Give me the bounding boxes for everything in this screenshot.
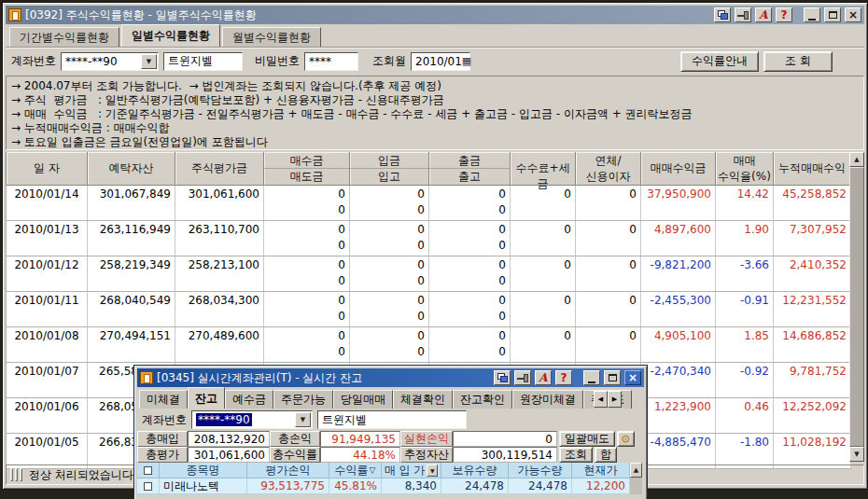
password-field[interactable]: **** xyxy=(304,52,358,71)
settings-button[interactable]: ⚙ xyxy=(617,431,635,447)
chevron-down-icon[interactable]: ▼ xyxy=(141,54,157,69)
close-button[interactable]: × xyxy=(624,370,641,385)
eval-pl: 93,513,775 xyxy=(247,478,329,494)
scroll-up-icon[interactable]: ▲ xyxy=(849,152,864,167)
col-header-interest[interactable]: 연체/신용이자 xyxy=(576,152,641,186)
account-name-field[interactable]: 트윈지벨 xyxy=(163,52,243,71)
chevron-down-icon[interactable]: ▼ xyxy=(295,412,311,427)
table-row[interactable]: 2010/01/08 270,494,151 270,489,600 00 00… xyxy=(6,327,851,363)
gear-icon: ⚙ xyxy=(621,434,631,445)
desktop: { "colors": {"up_red": "#c8382d", "down_… xyxy=(0,0,868,499)
tab-fill-confirm[interactable]: 체결확인 xyxy=(393,390,453,409)
col-header-holding-qty[interactable]: 보유수량 xyxy=(441,463,509,478)
month-label: 조회월 xyxy=(372,53,406,69)
main-table-scrollbar[interactable]: ▲ ▼ xyxy=(849,152,864,462)
scroll-up-icon[interactable]: ▲ xyxy=(630,463,642,478)
font-icon: A xyxy=(539,372,547,383)
holdings-scrollbar[interactable]: ▲ xyxy=(630,463,642,478)
col-header-cur-price[interactable]: 현재가 xyxy=(572,463,630,478)
col-header-return-rate[interactable]: 매매수익율(%) xyxy=(716,152,774,186)
calendar-icon[interactable]: ▦ xyxy=(462,56,471,66)
col-header-avail-qty[interactable]: 가능수량 xyxy=(509,463,572,478)
col-header-buy-price[interactable]: 매 입 가▼ xyxy=(382,463,441,478)
account-combobox[interactable]: ****-**90 ▼ xyxy=(61,52,159,71)
popup-account-row: 계좌번호 ****-**90 ▼ 트윈지벨 xyxy=(137,409,644,431)
sell-all-button[interactable]: 일괄매도 xyxy=(559,431,615,447)
est-asset-value: 300,119,514 xyxy=(453,447,557,463)
minimize-icon xyxy=(808,19,816,21)
col-header-trade-profit[interactable]: 매매수익금 xyxy=(641,152,716,186)
maximize-icon xyxy=(609,374,617,381)
table-row[interactable]: 2010/01/13 263,116,949 263,110,700 00 00… xyxy=(6,221,851,256)
tab-daily-return[interactable]: 일별수익률현황 xyxy=(121,24,220,47)
table-row[interactable]: 2010/01/12 258,219,349 258,213,100 00 00… xyxy=(6,256,851,292)
tab-balance-confirm[interactable]: 잔고확인 xyxy=(453,390,512,409)
pin-button[interactable] xyxy=(514,370,531,385)
col-header-return-rate[interactable]: 수익률▽ xyxy=(329,463,382,478)
cur-price: 12,200 xyxy=(572,478,630,494)
tab-today-trades[interactable]: 당일매매 xyxy=(333,390,393,409)
close-button[interactable]: × xyxy=(845,7,861,22)
help-button[interactable]: ? xyxy=(776,7,792,22)
account-name-field[interactable]: 트윈지벨 xyxy=(317,410,467,429)
col-header-eval-pl[interactable]: 평가손익 xyxy=(247,463,329,478)
tab-balance[interactable]: 잔고 xyxy=(188,387,225,409)
query-button[interactable]: 조회 xyxy=(559,447,593,463)
col-header-date[interactable]: 일 자 xyxy=(6,152,88,186)
checkbox-icon xyxy=(144,466,152,475)
tab-unfilled[interactable]: 미체결 xyxy=(139,390,188,409)
font-button[interactable]: A xyxy=(535,370,552,385)
maximize-button[interactable] xyxy=(604,370,621,385)
tab-scroll-right-icon[interactable]: ▶ xyxy=(608,391,622,408)
holdings-scrollbar-track[interactable] xyxy=(630,478,642,494)
holdings-header-row: 종목명 평가손익 수익률▽ 매 입 가▼ 보유수량 가능수량 현재가 ▲ xyxy=(137,463,642,478)
maximize-button[interactable] xyxy=(824,7,841,22)
month-field[interactable]: 2010/01 ▦ xyxy=(411,52,470,71)
main-tabstrip: 기간별수익률현황 일별수익률현황 월별수익률현황 xyxy=(6,25,864,47)
col-header-deposit-in[interactable]: 입금입고 xyxy=(350,152,429,186)
tab-orderable[interactable]: 주문가능 xyxy=(273,390,333,409)
tab-period-return[interactable]: 기간별수익률현황 xyxy=(9,27,119,47)
popup-titlebar: [0345] 실시간계좌관리(T) - 실시간 잔고 A ? × xyxy=(137,368,644,387)
table-row[interactable]: 2010/01/11 268,040,549 268,034,300 00 00… xyxy=(6,292,851,327)
col-header-fee-tax[interactable]: 수수료+세금 xyxy=(511,152,576,186)
return-guide-button[interactable]: 수익률안내 xyxy=(680,51,759,72)
sort-desc-icon[interactable]: ▽ xyxy=(370,465,376,475)
realized-pl-label: 실현손익 xyxy=(400,431,453,447)
account-combobox[interactable]: ****-**90 ▼ xyxy=(191,410,313,429)
holdings-row[interactable]: 미래나노텍 93,513,775 45.81% 8,340 24,478 24,… xyxy=(137,478,642,494)
return-rate: 45.81% xyxy=(329,478,382,494)
close-icon: × xyxy=(848,9,858,21)
tab-ledger-unfilled[interactable]: 원장미체결 xyxy=(512,390,583,409)
col-header-deposit-asset[interactable]: 예탁자산 xyxy=(88,152,175,186)
pin-button[interactable] xyxy=(735,7,751,22)
tab-scroll-left-icon[interactable]: ◀ xyxy=(594,391,608,408)
sort-dropdown-icon[interactable]: ▼ xyxy=(427,464,438,477)
total-rate-value: 44.18% xyxy=(320,447,400,463)
password-label: 비밀번호 xyxy=(255,53,300,69)
table-row[interactable]: 2010/01/14 301,067,849 301,061,600 00 00… xyxy=(6,186,851,221)
font-button[interactable]: A xyxy=(755,7,772,22)
search-button[interactable]: 조 회 xyxy=(763,51,833,72)
est-asset-label: 추정자산 xyxy=(400,447,453,463)
scrollbar-thumb[interactable] xyxy=(849,167,864,447)
col-header-stock-eval[interactable]: 주식평가금 xyxy=(175,152,264,186)
tab-deposit[interactable]: 예수금 xyxy=(225,390,273,409)
minimize-button[interactable] xyxy=(804,7,820,22)
col-header-buy-sell[interactable]: 매수금매도금 xyxy=(264,152,350,186)
col-header-stock-name[interactable]: 종목명 xyxy=(160,463,247,478)
pin-icon xyxy=(517,374,528,382)
account-value: ****-**90 xyxy=(196,413,252,426)
layers-button[interactable] xyxy=(714,7,731,22)
select-all-checkbox[interactable] xyxy=(137,463,160,478)
layers-button[interactable] xyxy=(494,370,511,385)
scroll-down-icon[interactable]: ▼ xyxy=(849,447,864,462)
row-checkbox[interactable] xyxy=(137,478,160,494)
col-header-withdraw-out[interactable]: 출금출고 xyxy=(429,152,511,186)
help-button[interactable]: ? xyxy=(555,370,572,385)
col-header-cum-profit[interactable]: 누적매매수익 xyxy=(774,152,851,186)
minimize-button[interactable] xyxy=(583,370,600,385)
sum-button[interactable]: 합 xyxy=(595,447,617,463)
main-titlebar: [0392] 주식수익률현황 - 일별주식수익률현황 A ? × xyxy=(6,6,864,24)
tab-monthly-return[interactable]: 월별수익률현황 xyxy=(222,27,321,47)
